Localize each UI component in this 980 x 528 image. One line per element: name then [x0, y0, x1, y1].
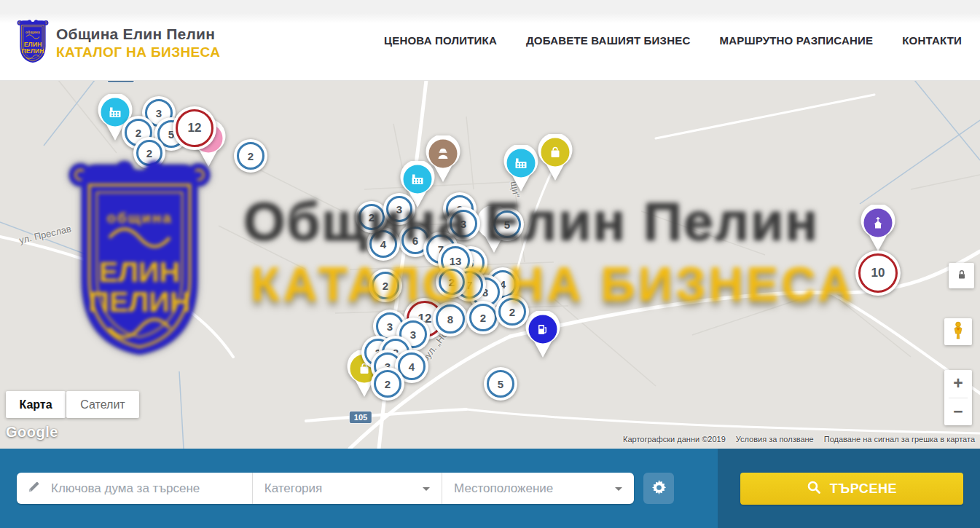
search-icon: [807, 480, 821, 498]
pencil-icon: [27, 480, 41, 497]
pegman-icon: [951, 321, 965, 343]
cluster-count: 2: [248, 150, 254, 162]
cluster-marker[interactable]: 10: [855, 251, 901, 296]
cluster-marker[interactable]: 5: [484, 367, 517, 401]
cluster-count: 2: [509, 306, 515, 318]
cluster-count: 2: [383, 280, 388, 292]
cluster-count: 4: [409, 360, 415, 373]
search-bar-left: Категория Местоположение: [0, 449, 718, 528]
site-title: Община Елин Пелин: [56, 25, 220, 43]
cluster-count: 3: [156, 107, 162, 119]
cluster-marker[interactable]: 2: [466, 301, 500, 334]
cluster-count: 3: [460, 218, 466, 230]
attribution-terms-link[interactable]: Условия за ползване: [736, 435, 814, 444]
cluster-marker[interactable]: 2: [234, 139, 267, 173]
cluster-count: 3: [387, 320, 393, 333]
chevron-down-icon: [423, 487, 430, 494]
zoom-in-button[interactable]: +: [944, 370, 972, 398]
cluster-count: 2: [385, 378, 391, 390]
cluster-count: 3: [396, 203, 402, 216]
cluster-count: 4: [380, 238, 386, 251]
pin-marker[interactable]: [501, 145, 541, 196]
cluster-count: 2: [369, 211, 375, 224]
nav-item-pricing[interactable]: ЦЕНОВА ПОЛИТИКА: [384, 34, 497, 47]
cluster-count: 3: [410, 328, 416, 341]
cluster-marker[interactable]: 8: [433, 302, 468, 336]
search-submit-button[interactable]: ТЪРСЕНЕ: [740, 473, 963, 505]
cluster-count: 10: [871, 266, 885, 280]
pin-marker[interactable]: [536, 134, 575, 185]
lock-icon: [956, 269, 968, 283]
location-select-value: Местоположение: [454, 481, 553, 496]
pin-marker[interactable]: [523, 311, 562, 362]
advanced-settings-button[interactable]: [643, 473, 674, 504]
nav-item-add-business[interactable]: ДОБАВЕТЕ ВАШИЯТ БИЗНЕС: [526, 34, 690, 47]
emblem-top-text: община: [26, 30, 40, 34]
attribution-data: Картографски данни ©2019: [623, 435, 726, 444]
cluster-marker[interactable]: 12: [173, 106, 216, 150]
header: община ЕЛИН ПЕЛИН Община Елин Пелин КАТА…: [0, 0, 980, 81]
cluster-count: 12: [188, 121, 202, 135]
keyword-search-input[interactable]: [50, 481, 248, 497]
chevron-down-icon: [615, 487, 622, 494]
cluster-count: 2: [146, 147, 152, 159]
category-select[interactable]: Категория: [252, 473, 442, 504]
cluster-marker[interactable]: 3: [383, 193, 415, 225]
map-type-map-button[interactable]: Карта: [6, 391, 66, 418]
gear-icon: [651, 480, 667, 497]
cluster-count: 2: [480, 312, 486, 324]
cluster-marker[interactable]: 2: [369, 269, 402, 302]
cluster-count: 6: [412, 235, 418, 247]
map-type-control: Карта Сателит: [6, 391, 139, 418]
cluster-count: 5: [504, 218, 510, 231]
attribution-report-link[interactable]: Подаване на сигнал за грешка в картата: [824, 435, 975, 444]
main-nav: ЦЕНОВА ПОЛИТИКА ДОБАВЕТЕ ВАШИЯТ БИЗНЕС М…: [384, 0, 962, 80]
map-canvas[interactable]: 6002105ул. Преславбул. „Новоселщи“ 32512…: [0, 80, 980, 449]
emblem-name-line1: ЕЛИН: [24, 41, 42, 48]
cluster-marker[interactable]: 2: [436, 266, 468, 298]
search-input-group: Категория Местоположение: [17, 473, 634, 504]
markers-layer: 32512222356745231324872128223338342510: [0, 80, 980, 449]
map-attribution: Картографски данни ©2019 Условия за полз…: [623, 435, 975, 444]
cluster-count: 5: [498, 378, 503, 390]
map-type-satellite-button[interactable]: Сателит: [66, 391, 139, 418]
search-submit-label: ТЪРСЕНЕ: [830, 481, 897, 497]
category-select-value: Категория: [264, 481, 322, 496]
site-subtitle: КАТАЛОГ НА БИЗНЕСА: [56, 44, 220, 60]
cluster-count: 2: [136, 127, 141, 139]
cluster-marker[interactable]: 2: [133, 137, 165, 169]
zoom-out-button[interactable]: −: [944, 398, 972, 425]
cluster-marker[interactable]: 2: [495, 295, 529, 328]
cluster-count: 13: [450, 255, 462, 267]
emblem-name-line2: ПЕЛИН: [21, 47, 44, 55]
zoom-control: + −: [944, 370, 972, 425]
cluster-marker[interactable]: 5: [490, 208, 524, 241]
municipality-emblem-icon: община ЕЛИН ПЕЛИН: [16, 19, 50, 67]
google-logo[interactable]: Google: [6, 424, 58, 441]
search-bar: Категория Местоположение: [0, 449, 980, 528]
cluster-count: 8: [447, 313, 453, 326]
pin-marker[interactable]: [858, 205, 898, 256]
nav-item-route-schedule[interactable]: МАРШРУТНО РАЗПИСАНИЕ: [719, 34, 873, 47]
street-view-pegman[interactable]: [944, 318, 972, 345]
search-bar-right: ТЪРСЕНЕ: [718, 449, 980, 528]
cluster-count: 2: [449, 276, 455, 288]
location-select[interactable]: Местоположение: [442, 473, 634, 504]
lock-control[interactable]: [949, 263, 974, 288]
cluster-marker[interactable]: 2: [371, 367, 404, 401]
site-logo[interactable]: община ЕЛИН ПЕЛИН Община Елин Пелин КАТА…: [16, 19, 220, 67]
nav-item-contacts[interactable]: КОНТАКТИ: [902, 34, 962, 47]
